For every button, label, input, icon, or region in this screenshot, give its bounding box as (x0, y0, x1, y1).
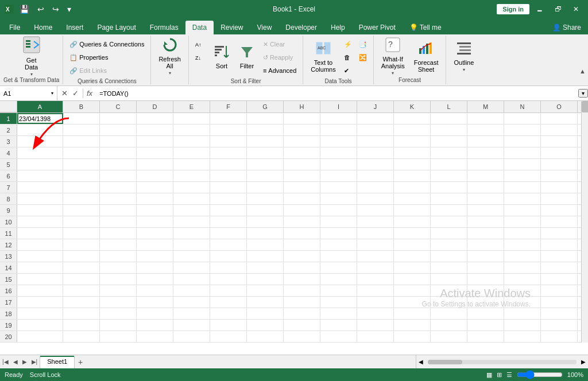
cell-G11[interactable] (247, 228, 284, 239)
cell-I1[interactable] (320, 113, 357, 124)
cell-L5[interactable] (431, 159, 467, 170)
cell-O2[interactable] (541, 125, 578, 135)
cell-F8[interactable] (210, 193, 247, 204)
cell-N12[interactable] (504, 239, 541, 250)
advanced-button[interactable]: ≡ Advanced (260, 64, 299, 77)
cell-M2[interactable] (467, 125, 504, 135)
cell-E20[interactable] (173, 331, 210, 342)
cell-A20[interactable] (17, 331, 63, 342)
cell-J2[interactable] (357, 125, 394, 135)
cell-G19[interactable] (247, 320, 284, 331)
cell-C11[interactable] (100, 228, 137, 239)
cell-N20[interactable] (504, 331, 541, 342)
cell-G2[interactable] (247, 125, 284, 135)
forecast-sheet-button[interactable]: ForecastSheet (410, 37, 443, 76)
cell-C4[interactable] (100, 147, 137, 158)
page-break-view-button[interactable]: ☰ (506, 371, 512, 379)
cell-K4[interactable] (394, 147, 431, 158)
cell-K7[interactable] (394, 182, 431, 193)
cell-B20[interactable] (63, 331, 100, 342)
cell-B4[interactable] (63, 147, 100, 158)
sort-za-button[interactable]: Z↓ (192, 51, 207, 64)
cell-G3[interactable] (247, 136, 284, 147)
cell-I11[interactable] (320, 228, 357, 239)
cell-A13[interactable] (17, 251, 63, 262)
cell-L4[interactable] (431, 147, 467, 158)
cell-M10[interactable] (467, 216, 504, 227)
cell-H13[interactable] (284, 251, 320, 262)
h-scroll-right-button[interactable]: ▶ (579, 357, 588, 366)
cell-D1[interactable] (137, 113, 173, 124)
cell-I10[interactable] (320, 216, 357, 227)
cell-H4[interactable] (284, 147, 320, 158)
remove-duplicates-button[interactable]: 🗑 (341, 51, 355, 64)
cell-L20[interactable] (431, 331, 467, 342)
cell-H12[interactable] (284, 239, 320, 250)
cell-O17[interactable] (541, 297, 578, 308)
cell-I15[interactable] (320, 274, 357, 285)
cell-E18[interactable] (173, 308, 210, 319)
sort-button[interactable]: Sort (210, 37, 234, 76)
cell-K9[interactable] (394, 205, 431, 216)
cell-F17[interactable] (210, 297, 247, 308)
cell-G7[interactable] (247, 182, 284, 193)
cell-K2[interactable] (394, 125, 431, 135)
cell-D18[interactable] (137, 308, 173, 319)
cell-E10[interactable] (173, 216, 210, 227)
row-number-15[interactable]: 15 (0, 274, 17, 285)
tab-tell-me[interactable]: 💡 Tell me (403, 21, 448, 34)
cell-N4[interactable] (504, 147, 541, 158)
col-header-N[interactable]: N (504, 101, 541, 112)
cell-M19[interactable] (467, 320, 504, 331)
sheet-tab-sheet1[interactable]: Sheet1 (40, 356, 75, 368)
cell-N2[interactable] (504, 125, 541, 135)
cell-C7[interactable] (100, 182, 137, 193)
cell-K6[interactable] (394, 170, 431, 181)
col-header-K[interactable]: K (394, 101, 431, 112)
cell-C13[interactable] (100, 251, 137, 262)
cell-E12[interactable] (173, 239, 210, 250)
save-qat-button[interactable]: 💾 (17, 3, 32, 15)
cell-K8[interactable] (394, 193, 431, 204)
cell-G12[interactable] (247, 239, 284, 250)
cell-G15[interactable] (247, 274, 284, 285)
cell-C20[interactable] (100, 331, 137, 342)
cell-L17[interactable] (431, 297, 467, 308)
cell-M7[interactable] (467, 182, 504, 193)
cell-J15[interactable] (357, 274, 394, 285)
cell-B18[interactable] (63, 308, 100, 319)
cell-N5[interactable] (504, 159, 541, 170)
tab-data[interactable]: Data (185, 21, 214, 34)
cell-L1[interactable] (431, 113, 467, 124)
col-header-A[interactable]: A (17, 101, 63, 112)
cell-A14[interactable] (17, 262, 63, 273)
cell-C6[interactable] (100, 170, 137, 181)
cell-B15[interactable] (63, 274, 100, 285)
cell-I17[interactable] (320, 297, 357, 308)
row-number-13[interactable]: 13 (0, 251, 17, 262)
cell-F9[interactable] (210, 205, 247, 216)
formula-input[interactable] (96, 89, 578, 98)
flash-fill-button[interactable]: ⚡ (341, 38, 355, 50)
cell-C16[interactable] (100, 285, 137, 296)
cell-G4[interactable] (247, 147, 284, 158)
row-number-3[interactable]: 3 (0, 136, 17, 147)
cell-F5[interactable] (210, 159, 247, 170)
cell-I14[interactable] (320, 262, 357, 273)
col-header-J[interactable]: J (357, 101, 394, 112)
cell-B1[interactable] (63, 113, 100, 124)
cell-D8[interactable] (137, 193, 173, 204)
cell-N9[interactable] (504, 205, 541, 216)
cell-N1[interactable] (504, 113, 541, 124)
add-sheet-button[interactable]: + (75, 356, 86, 368)
col-header-C[interactable]: C (100, 101, 137, 112)
sort-az-button[interactable]: A↑ (192, 38, 207, 50)
cell-N3[interactable] (504, 136, 541, 147)
cell-I8[interactable] (320, 193, 357, 204)
cell-M14[interactable] (467, 262, 504, 273)
cell-E19[interactable] (173, 320, 210, 331)
row-number-6[interactable]: 6 (0, 170, 17, 181)
cell-I13[interactable] (320, 251, 357, 262)
cell-F19[interactable] (210, 320, 247, 331)
cell-H9[interactable] (284, 205, 320, 216)
